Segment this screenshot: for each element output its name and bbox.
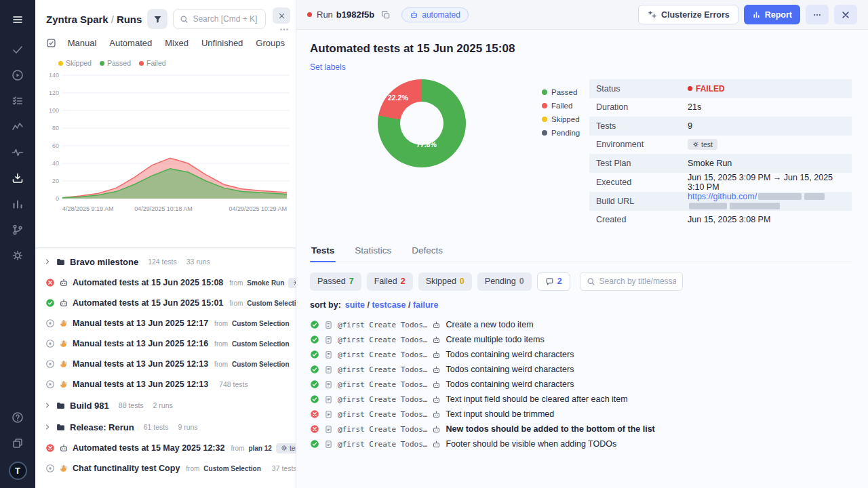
sort-failure[interactable]: failure [413,300,439,310]
sidebar-item-branch[interactable] [5,217,30,243]
runs-search [173,9,266,29]
tab-defects[interactable]: Defects [410,243,444,262]
sidebar-item-check[interactable] [5,37,30,62]
run-source: Smoke Run [247,279,284,287]
test-row[interactable]: @first Create Todos…Create a new todo it… [310,317,852,332]
run-row[interactable]: Chat functinality test CopyfromCustom Se… [35,458,296,479]
detail-value: 9 [688,121,692,131]
test-plan-link[interactable]: Smoke Run [688,159,732,168]
runs-search-input[interactable] [193,14,259,24]
select-runs-button[interactable] [46,36,57,49]
sidebar-nav [5,7,30,268]
run-row-title: Manual tests at 13 Jun 2025 12:13 [73,380,208,389]
runs-tab-groups[interactable]: Groups [256,38,285,48]
run-source: Custom Selection [232,320,289,327]
sidebar-item-hamburger[interactable] [5,7,30,33]
test-row[interactable]: @first Create Todos…Footer should be vis… [310,436,852,451]
test-row[interactable]: @first Create Todos…Todos containing wei… [310,362,852,377]
folder-icon [56,422,66,432]
sidebar-item-help[interactable] [5,405,30,430]
runs-panel: Zyntra Spark/Runs ManualAutomatedMixedUn… [35,0,296,488]
sidebar-item-gear[interactable] [5,243,30,268]
filter-chips: Passed 7Failed 2Skipped 0Pending 02 [310,272,570,291]
panel-close-button[interactable] [273,7,290,24]
sidebar-item-task-list[interactable] [5,88,30,114]
panel-resize-handle[interactable] [279,26,290,33]
logo-letter: T [15,466,20,476]
chip-failed[interactable]: Failed 2 [367,272,413,291]
set-labels-link[interactable]: Set labels [310,62,346,72]
chip-comments[interactable]: 2 [537,272,570,291]
run-row[interactable]: Manual tests at 13 Jun 2025 12:13fromCus… [35,354,296,374]
sort-row: sort by:suite / testcase / failure [310,300,852,310]
run-row[interactable]: Manual tests at 13 Jun 2025 12:16fromCus… [35,333,296,354]
donut-legend-item: Failed [542,102,584,110]
tests-search-input[interactable] [599,277,676,286]
test-row[interactable]: @first Create Todos…Text input should be… [310,407,852,422]
sort-testcase[interactable]: testcase [372,300,406,310]
tab-tests[interactable]: Tests [310,243,336,262]
tab-statistics[interactable]: Statistics [353,243,393,262]
runs-tab-mixed[interactable]: Mixed [165,38,189,48]
sidebar-item-trend[interactable] [5,114,30,140]
run-group-row[interactable]: Release: Rerun61 tests9 runs [35,416,296,438]
redacted-block [689,203,727,209]
run-passed-icon [45,298,55,308]
project-name[interactable]: Zyntra Spark [46,14,108,25]
branch-icon [12,224,24,236]
test-row[interactable]: @first Create Todos…New todos should be … [310,422,852,436]
sidebar-item-pulse[interactable] [5,140,30,165]
run-overview: 22.2% 77.8% PassedFailedSkippedPending S… [310,79,852,229]
detail-value: Jun 15, 2025 3:08 PM [688,215,770,224]
more-actions-button[interactable] [806,5,829,24]
chart-legend: SkippedPassedFailed [35,54,296,67]
run-row[interactable]: Manual tests at 13 Jun 2025 12:13748 tes… [35,374,296,394]
document-icon [324,321,333,329]
run-row[interactable]: Manual tests at 13 Jun 2025 12:17fromCus… [35,313,296,333]
run-topbar: Run b1982f5b automated Clusterize Errors… [296,0,868,30]
report-button[interactable]: Report [744,5,800,24]
run-row[interactable]: Automated tests at 15 Jun 2025 15:01from… [35,293,296,313]
runs-over-time-chart: 0204060801001201404/28/2025 9:19 AM04/29… [35,67,296,216]
chip-skipped[interactable]: Skipped 0 [418,272,472,291]
test-row[interactable]: @first Create Todos…Text input field sho… [310,392,852,407]
sidebar-item-import[interactable] [5,165,30,191]
run-group-row[interactable]: Build 98188 tests2 runs [35,394,296,416]
run-tests-count: 748 tests [219,380,248,388]
runs-tab-automated[interactable]: Automated [109,38,152,48]
breadcrumb-separator: / [111,14,114,25]
run-row[interactable]: Automated tests at 15 May 2025 12:32from… [35,438,296,458]
sort-suite[interactable]: suite [345,300,365,310]
copy-run-id-button[interactable] [379,8,393,22]
test-row[interactable]: @first Create Todos…Create multiple todo… [310,332,852,347]
runs-tab-manual[interactable]: Manual [68,38,97,48]
app-logo[interactable]: T [9,462,27,480]
filter-button[interactable] [147,9,167,29]
sidebar-item-folders[interactable] [5,430,30,456]
automated-badge[interactable]: automated [401,7,469,22]
test-row[interactable]: @first Create Todos…Todos containing wei… [310,347,852,362]
chip-pending[interactable]: Pending 0 [477,272,532,291]
tests-search [580,272,683,291]
chip-passed[interactable]: Passed 7 [310,272,361,291]
run-group-row[interactable]: Bravo milestone124 tests33 runs [35,251,296,272]
build-url-link[interactable]: https://github.com/ [688,192,757,201]
donut-passed-percent: 77.8% [416,140,437,148]
run-row-title: Automated tests at 15 Jun 2025 15:08 [73,278,223,287]
test-failed-icon [310,424,319,434]
run-row[interactable]: Automated tests at 15 Jun 2025 15:08from… [35,272,296,293]
test-row[interactable]: @first Create Todos…Todos containing wei… [310,377,852,392]
robot-icon [432,440,441,449]
robot-icon [432,321,441,329]
sidebar-item-bar-chart[interactable] [5,191,30,217]
sidebar-item-play-circle[interactable] [5,62,30,88]
test-suite: @first Create Todos… [338,350,427,359]
close-icon [841,10,850,20]
detail-label: Tests [596,121,688,131]
clusterize-errors-button[interactable]: Clusterize Errors [638,5,738,24]
chevron-right-icon [43,258,52,266]
funnel-icon [153,14,163,24]
close-run-button[interactable] [834,5,857,24]
runs-panel-header: Zyntra Spark/Runs [35,0,296,35]
runs-tab-unfinished[interactable]: Unfinished [201,38,243,48]
